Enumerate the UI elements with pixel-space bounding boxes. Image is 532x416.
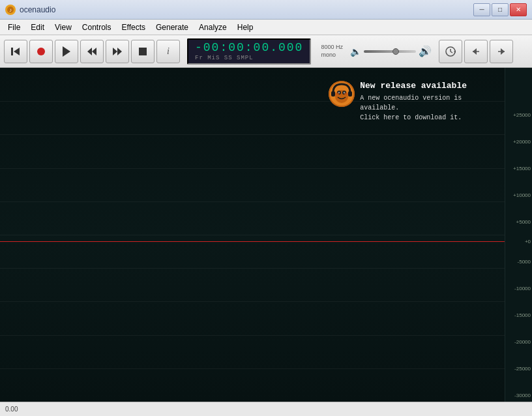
grid-line [0,301,505,302]
scale-label-neg10000: -10000 [514,285,531,291]
svg-point-25 [344,93,348,95]
menu-controls[interactable]: Controls [77,21,117,34]
record-button[interactable] [29,40,53,63]
grid-line [0,335,505,336]
status-position: 0.00 [5,406,18,413]
scale-label-15000: +15000 [513,165,531,171]
right-tools [439,40,513,63]
close-button[interactable]: ✕ [510,3,527,16]
grid-line [0,235,505,235]
svg-marker-8 [117,48,122,55]
scale-label-10000: +10000 [513,192,531,198]
menu-file[interactable]: File [3,21,25,34]
svg-marker-5 [92,48,96,55]
stop-icon [139,48,147,55]
svg-rect-26 [331,91,335,97]
svg-text:♪: ♪ [9,7,12,13]
title-bar: ♪ ocenaudio ─ □ ✕ [0,0,532,20]
grid-line [0,134,505,135]
menu-view[interactable]: View [50,21,77,34]
notification-avatar [329,81,355,107]
mute-icon[interactable]: 🔈 [350,46,361,57]
notification-title: New release available [360,81,467,91]
grid-line [0,268,505,269]
menu-bar: File Edit View Controls Effects Generate… [0,20,532,35]
svg-marker-4 [14,48,20,55]
play-button[interactable] [55,40,78,63]
avatar-image [329,81,355,107]
svg-line-11 [451,52,452,53]
waveform-area[interactable]: New release available A new ocenaudio ve… [0,68,505,402]
svg-marker-6 [87,48,92,55]
app-icon: ♪ [5,5,16,15]
grid-line [0,368,505,369]
clock-button[interactable] [439,40,462,63]
scale-label-neg30000: -30000 [514,392,531,398]
info-button[interactable]: i [156,40,180,63]
scale-label-5000: +5000 [516,218,531,224]
menu-effects[interactable]: Effects [117,21,151,34]
volume-slider[interactable] [364,50,416,53]
menu-edit[interactable]: Edit [25,21,50,34]
notification-popup[interactable]: New release available A new ocenaudio ve… [323,76,472,128]
status-bar: 0.00 [0,402,532,416]
grid-line [0,168,505,169]
notification-body: A new ocenaudio version is available. Cl… [360,93,467,123]
channel-mode: mono [321,52,343,59]
toolbar: i -00:00:00.000 Fr MiS SS SMPL 8000 Hz m… [0,35,532,68]
menu-analyze[interactable]: Analyze [194,21,232,34]
back-button[interactable] [464,40,488,63]
playhead-line [0,241,505,242]
svg-point-19 [335,90,348,103]
play-icon [63,46,70,57]
volume-control: 🔈 🔊 [350,45,432,57]
speaker-icon: 🔊 [419,45,432,57]
grid-line [0,201,505,202]
rewind-button[interactable] [80,40,104,63]
record-icon [37,48,45,55]
amplitude-scale: +25000 +20000 +15000 +10000 +5000 +0 -50… [505,68,532,402]
scale-label-neg20000: -20000 [514,338,531,344]
time-info: 8000 Hz mono [321,44,343,59]
svg-rect-27 [348,91,352,97]
window-controls: ─ □ ✕ [473,3,527,16]
scale-label-25000: +25000 [513,111,531,117]
scale-ruler-inner: +25000 +20000 +15000 +10000 +5000 +0 -50… [505,68,532,402]
scale-label-neg15000: -15000 [514,312,531,318]
volume-thumb [392,48,399,55]
time-subvalue: Fr MiS SS SMPL [195,55,303,61]
time-display: -00:00:00.000 Fr MiS SS SMPL [187,38,311,65]
main-area: New release available A new ocenaudio ve… [0,68,532,402]
svg-marker-7 [113,48,117,55]
fast-forward-button[interactable] [106,40,129,63]
svg-point-24 [335,93,339,95]
scale-label-neg25000: -25000 [514,365,531,371]
forward-button[interactable] [490,40,513,63]
play-to-start-button[interactable] [4,40,27,63]
menu-help[interactable]: Help [232,21,259,34]
stop-button[interactable] [131,40,155,63]
title-text: ocenaudio [20,5,473,14]
svg-rect-3 [11,48,13,55]
info-icon: i [167,46,170,57]
notification-text: New release available A new ocenaudio ve… [360,81,467,123]
scale-label-20000: +20000 [513,138,531,144]
time-value: -00:00:00.000 [195,42,303,53]
sample-rate: 8000 Hz [321,44,343,52]
maximize-button[interactable]: □ [492,3,509,16]
minimize-button[interactable]: ─ [473,3,490,16]
scale-label-0: +0 [525,239,531,245]
menu-generate[interactable]: Generate [151,21,194,34]
scale-label-neg5000: -5000 [518,258,531,264]
